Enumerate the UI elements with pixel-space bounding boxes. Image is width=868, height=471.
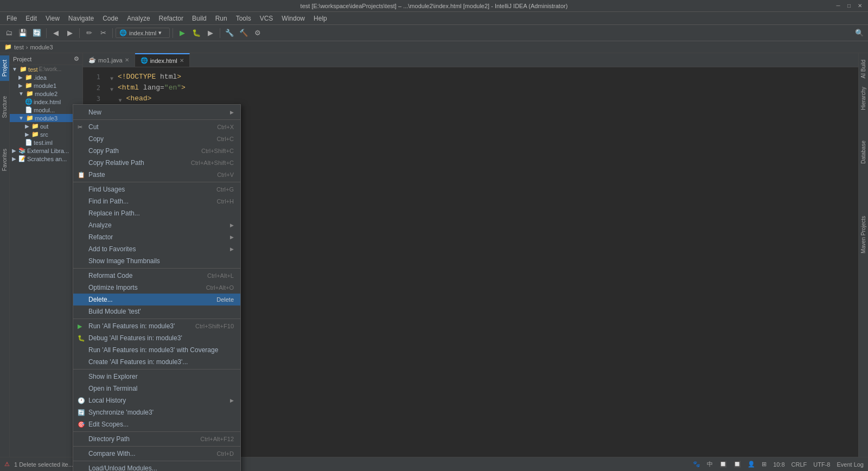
ctx-optimize-imports[interactable]: Optimize Imports Ctrl+Alt+O	[73, 282, 240, 294]
tree-module2[interactable]: ▼ 📁 module2	[10, 90, 82, 98]
sidebar-tab-favorites[interactable]: Favorites	[0, 144, 9, 175]
left-side-strip: Project Structure Favorites	[0, 53, 10, 457]
ctx-local-history[interactable]: 🕐 Local History	[73, 394, 240, 406]
tree-index-html[interactable]: 🌐 index.html	[10, 98, 82, 106]
toolbar-project-icon[interactable]: 🗂	[2, 27, 15, 40]
status-encoding[interactable]: UTF-8	[813, 461, 830, 468]
menu-code[interactable]: Code	[98, 14, 123, 23]
menu-analyze[interactable]: Analyze	[123, 14, 155, 23]
file-dropdown[interactable]: 🌐 index.html ▾	[116, 28, 170, 38]
toolbar-cut-btn[interactable]: ✂	[97, 27, 110, 40]
sdk-btn[interactable]: 🔧	[223, 27, 236, 40]
toolbar-edit-btn[interactable]: ✏	[82, 27, 95, 40]
toolbar-save-btn[interactable]: 💾	[16, 27, 29, 40]
tree-module3[interactable]: ▼ 📁 module3	[10, 114, 82, 122]
right-panel-database[interactable]: Database	[859, 136, 868, 168]
ctx-find-in-path[interactable]: Find in Path... Ctrl+H	[73, 195, 240, 207]
index-tab-close[interactable]: ✕	[180, 58, 184, 63]
tab-index-html[interactable]: 🌐 index.html ✕	[135, 53, 190, 67]
menu-edit[interactable]: Edit	[21, 14, 41, 23]
tree-module2-file[interactable]: 📄 modul...	[10, 106, 82, 114]
ctx-paste[interactable]: 📋 Paste Ctrl+V	[73, 169, 240, 181]
ctx-show-explorer-label: Show in Explorer	[88, 373, 138, 380]
maximize-button[interactable]: □	[845, 2, 853, 10]
breadcrumb-root[interactable]: test	[14, 44, 24, 50]
ctx-copy[interactable]: Copy Ctrl+C	[73, 133, 240, 145]
tree-idea[interactable]: ▶ 📁 .idea	[10, 73, 82, 81]
project-tree: ▼ 📁 test E:\work... ▶ 📁 .idea ▶ 📁 module…	[10, 65, 82, 457]
status-line-ending[interactable]: CRLF	[792, 461, 807, 468]
ctx-create-features[interactable]: Create 'All Features in: module3'...	[73, 356, 240, 368]
ctx-replace-in-path[interactable]: Replace in Path...	[73, 207, 240, 219]
tree-src[interactable]: ▶ 📁 src	[10, 130, 82, 138]
ctx-debug-features[interactable]: 🐛 Debug 'All Features in: module3'	[73, 332, 240, 344]
event-log[interactable]: Event Log	[837, 461, 864, 468]
ctx-sep-1	[73, 119, 240, 120]
run-coverage-btn[interactable]: ▶	[204, 27, 217, 40]
code-line-3: ▼<head>	[110, 93, 854, 104]
close-button[interactable]: ✕	[856, 2, 864, 10]
menu-window[interactable]: Window	[277, 14, 309, 23]
menu-tools[interactable]: Tools	[232, 14, 256, 23]
menu-refactor[interactable]: Refactor	[155, 14, 188, 23]
minimize-button[interactable]: ─	[834, 2, 842, 10]
breadcrumb-current[interactable]: module3	[30, 44, 53, 50]
ctx-refactor[interactable]: Refactor	[73, 231, 240, 243]
ctx-find-usages[interactable]: Find Usages Ctrl+G	[73, 183, 240, 195]
right-panel-hierarchy[interactable]: Hierarchy	[859, 82, 868, 114]
run-btn[interactable]: ▶	[176, 27, 189, 40]
title-bar: test [E:\workspace\ideaProjects\test] – …	[0, 0, 868, 12]
tab-mo1-java[interactable]: ☕ mo1.java ✕	[83, 53, 135, 67]
ctx-show-explorer[interactable]: Show in Explorer	[73, 371, 240, 383]
ctx-dir-path[interactable]: Directory Path Ctrl+Alt+F12	[73, 433, 240, 445]
ctx-copy-rel-path[interactable]: Copy Relative Path Ctrl+Alt+Shift+C	[73, 157, 240, 169]
ctx-run-features[interactable]: ▶ Run 'All Features in: module3' Ctrl+Sh…	[73, 320, 240, 332]
ctx-build-module[interactable]: Build Module 'test'	[73, 305, 240, 317]
mo1-tab-close[interactable]: ✕	[125, 57, 129, 63]
ctx-new[interactable]: New	[73, 106, 240, 118]
tree-scratches[interactable]: ▶ 📝 Scratches an...	[10, 155, 82, 163]
right-panel-ai-build[interactable]: AI Build	[859, 55, 868, 82]
tree-root[interactable]: ▼ 📁 test E:\work...	[10, 65, 82, 73]
toolbar-back-btn[interactable]: ◀	[49, 27, 62, 40]
ctx-build-module-label: Build Module 'test'	[88, 308, 141, 315]
ctx-cut[interactable]: ✂ Cut Ctrl+X	[73, 121, 240, 133]
toolbar-forward-btn[interactable]: ▶	[63, 27, 76, 40]
ctx-load-unload[interactable]: Load/Unload Modules...	[73, 462, 240, 471]
main-layout: Project Structure Favorites Project ⚙ ▼ …	[0, 53, 868, 457]
tree-test-iml[interactable]: 📄 test.iml	[10, 138, 82, 147]
ctx-delete[interactable]: Delete... Delete	[73, 294, 240, 305]
settings-btn[interactable]: ⚙	[251, 27, 264, 40]
ctx-compare-with[interactable]: Compare With... Ctrl+D	[73, 448, 240, 460]
ctx-show-thumbnails[interactable]: Show Image Thumbnails	[73, 255, 240, 267]
toolbar-sync-btn[interactable]: 🔄	[30, 27, 43, 40]
menu-run[interactable]: Run	[211, 14, 232, 23]
ctx-copy-path[interactable]: Copy Path Ctrl+Shift+C	[73, 145, 240, 157]
ctx-synchronize[interactable]: 🔄 Synchronize 'module3'	[73, 406, 240, 418]
toolbar-separator-2	[79, 28, 80, 38]
menu-build[interactable]: Build	[188, 14, 211, 23]
panel-settings-icon[interactable]: ⚙	[74, 55, 79, 62]
menu-vcs[interactable]: VCS	[256, 14, 278, 23]
build-btn[interactable]: 🔨	[237, 27, 250, 40]
menu-file[interactable]: File	[2, 14, 21, 23]
sidebar-tab-project[interactable]: Project	[0, 55, 9, 81]
ctx-run-coverage[interactable]: Run 'All Features in: module3' with Cove…	[73, 344, 240, 356]
ctx-analyze[interactable]: Analyze	[73, 219, 240, 231]
debug-btn[interactable]: 🐛	[190, 27, 203, 40]
tree-out[interactable]: ▶ 📁 out	[10, 122, 82, 130]
ctx-add-favorites[interactable]: Add to Favorites	[73, 243, 240, 255]
menu-navigate[interactable]: Navigate	[64, 14, 98, 23]
ctx-reformat[interactable]: Reformat Code Ctrl+Alt+L	[73, 270, 240, 282]
ctx-open-terminal[interactable]: Open in Terminal	[73, 383, 240, 394]
ctx-edit-scopes[interactable]: 🎯 Edit Scopes...	[73, 418, 240, 430]
menu-view[interactable]: View	[41, 14, 64, 23]
ctx-replace-in-path-label: Replace in Path...	[88, 209, 140, 217]
menu-help[interactable]: Help	[309, 14, 331, 23]
ctx-analyze-label: Analyze	[88, 221, 112, 229]
right-panel-maven[interactable]: Maven Projects	[859, 212, 868, 258]
search-all-btn[interactable]: 🔍	[853, 27, 866, 40]
tree-external-libs[interactable]: ▶ 📚 External Libra...	[10, 147, 82, 155]
tree-module1[interactable]: ▶ 📁 module1	[10, 81, 82, 90]
sidebar-tab-structure[interactable]: Structure	[0, 92, 9, 123]
